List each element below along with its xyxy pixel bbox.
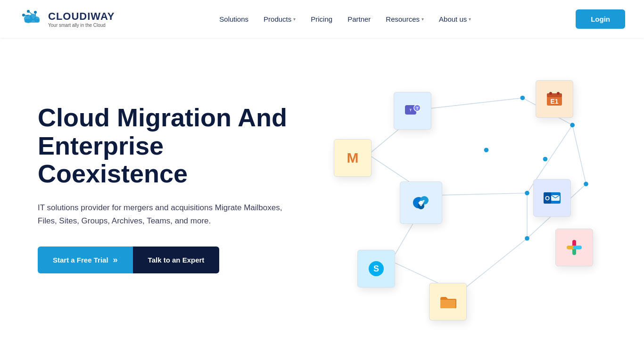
svg-text:T: T (410, 108, 412, 112)
about-chevron-icon: ▾ (469, 16, 471, 22)
nav-resources[interactable]: Resources ▾ (386, 15, 424, 23)
hero-description: IT solutions provider for mergers and ac… (38, 201, 302, 228)
cube-mail: M (334, 139, 372, 177)
nav-about[interactable]: About us ▾ (439, 15, 471, 23)
hero-section: Cloud Migration And Enterprise Coexisten… (0, 38, 644, 330)
cube-skype: S (357, 250, 395, 288)
nav-links: Solutions Products ▾ Pricing Partner Res… (219, 15, 471, 23)
logo-tagline: Your smart ally in the Cloud (48, 23, 115, 28)
logo[interactable]: CLOUDIWAY Your smart ally in the Cloud (19, 7, 115, 31)
hero-content: Cloud Migration And Enterprise Coexisten… (38, 104, 302, 273)
svg-rect-3 (25, 19, 40, 23)
logo-name: CLOUDIWAY (48, 10, 115, 23)
start-trial-button[interactable]: Start a Free Trial » (38, 247, 133, 273)
svg-point-27 (525, 191, 529, 196)
logo-icon (19, 7, 43, 31)
cube-teams: T T (394, 92, 431, 130)
svg-text:T: T (416, 106, 419, 111)
cube-outlook: O (533, 179, 571, 217)
svg-point-41 (549, 92, 552, 95)
svg-point-32 (484, 148, 489, 152)
cube-folder (429, 283, 467, 321)
svg-line-8 (28, 11, 32, 14)
svg-text:S: S (373, 264, 379, 273)
customers-section: Our Customers f f f illi f (0, 330, 644, 362)
talk-expert-button[interactable]: Talk to an Expert (133, 247, 220, 273)
svg-line-20 (572, 125, 586, 184)
svg-point-24 (570, 123, 575, 128)
svg-rect-39 (547, 93, 562, 97)
svg-rect-60 (573, 246, 582, 249)
login-button[interactable]: Login (576, 9, 625, 29)
svg-point-23 (520, 96, 525, 100)
svg-text:M: M (347, 150, 359, 165)
navbar: CLOUDIWAY Your smart ally in the Cloud S… (0, 0, 644, 38)
svg-point-33 (543, 157, 548, 162)
hero-graphic: T T E1 M (321, 71, 616, 306)
arrows-icon: » (113, 255, 118, 265)
nav-pricing[interactable]: Pricing (311, 15, 332, 23)
svg-line-18 (459, 239, 527, 293)
nav-partner[interactable]: Partner (347, 15, 371, 23)
svg-line-10 (423, 98, 523, 109)
svg-point-31 (584, 182, 588, 187)
svg-line-7 (24, 15, 28, 16)
cube-slack (555, 229, 593, 266)
svg-text:O: O (545, 195, 550, 202)
svg-point-30 (525, 236, 529, 241)
hero-buttons: Start a Free Trial » Talk to an Expert (38, 247, 302, 273)
products-chevron-icon: ▾ (293, 16, 296, 22)
cube-m365: E1 (536, 80, 573, 118)
resources-chevron-icon: ▾ (421, 16, 424, 22)
nav-products[interactable]: Products ▾ (264, 15, 296, 23)
svg-text:E1: E1 (550, 98, 558, 105)
nav-solutions[interactable]: Solutions (219, 15, 248, 23)
svg-line-14 (429, 193, 527, 196)
svg-point-42 (557, 92, 560, 95)
hero-title: Cloud Migration And Enterprise Coexisten… (38, 104, 302, 188)
cube-sharepoint (400, 181, 442, 224)
customers-title: Our Customers (28, 358, 616, 362)
